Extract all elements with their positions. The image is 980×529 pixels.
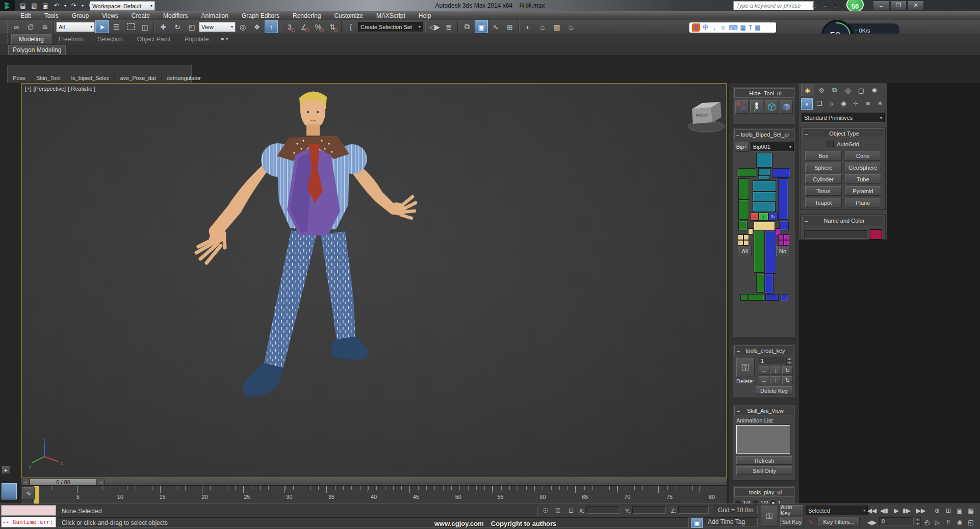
spinner-snap-icon[interactable]: ⇅ bbox=[326, 20, 339, 33]
biped-part-right-finger4[interactable] bbox=[784, 240, 789, 246]
mirror-icon[interactable]: ◁▶ bbox=[428, 20, 441, 33]
biped-move-horizontal-button[interactable]: ↔ bbox=[750, 213, 759, 221]
biped-part-left-hand[interactable] bbox=[738, 221, 747, 230]
zoom-icon[interactable]: ⊕ bbox=[932, 506, 942, 515]
listener-pink-line[interactable] bbox=[1, 505, 56, 516]
tab-display-icon[interactable]: ▢ bbox=[855, 85, 867, 96]
viewcube[interactable]: FRONT bbox=[681, 95, 727, 135]
redo-icon[interactable]: ↷ bbox=[69, 1, 79, 10]
ime-toolbox-icon[interactable]: ▦ bbox=[740, 24, 746, 31]
biped-part-left-calf[interactable] bbox=[756, 274, 765, 293]
biped-part-right-thigh[interactable] bbox=[765, 231, 776, 274]
biped-rotate-button[interactable]: ↻ bbox=[768, 213, 778, 221]
tab-hierarchy-icon[interactable]: ⧉ bbox=[829, 85, 841, 96]
biped-part-neck-lower[interactable] bbox=[759, 176, 770, 180]
menu-item[interactable]: MAXScript bbox=[376, 12, 405, 19]
biped-part-right-calf[interactable] bbox=[765, 274, 773, 294]
current-frame-field[interactable]: 0 bbox=[879, 517, 914, 525]
delete-height-key-button[interactable]: ↕ bbox=[770, 376, 781, 384]
search-icon[interactable]: ◎ bbox=[810, 1, 820, 10]
auto-key-icon-button[interactable]: ⚿ bbox=[761, 506, 778, 527]
tab-motion-icon[interactable]: ◎ bbox=[842, 85, 854, 96]
biped-move-vertical-button[interactable]: ↕ bbox=[759, 213, 768, 221]
ribbon-tab-selection[interactable]: Selection bbox=[90, 35, 130, 44]
select-object-icon[interactable]: ➤ bbox=[95, 20, 109, 33]
biped-part-left-clavicle[interactable] bbox=[738, 168, 756, 177]
toolbar-handle[interactable] bbox=[0, 21, 8, 33]
menu-item[interactable]: Views bbox=[102, 12, 118, 19]
refresh-button[interactable]: Refresh bbox=[736, 456, 792, 465]
ime-skin-icon[interactable]: T bbox=[749, 24, 752, 31]
tab-utilities-icon[interactable]: ✹ bbox=[868, 85, 881, 96]
y-coordinate-field[interactable] bbox=[632, 506, 666, 514]
ime-punct-icon[interactable]: ， bbox=[711, 23, 717, 32]
snaps-toggle-icon[interactable]: 3 bbox=[283, 20, 296, 33]
frame-spinner[interactable]: ▲▼ bbox=[915, 517, 921, 526]
undo-flyout-icon[interactable]: ▾ bbox=[63, 1, 67, 10]
biped-part-right-hand[interactable] bbox=[779, 221, 789, 230]
show-wireframe-button[interactable] bbox=[765, 100, 778, 114]
perspective-viewport[interactable]: [+] [Perspective] [ Realistic ] bbox=[21, 83, 727, 478]
play-ui-header[interactable]: – tools_play_ui bbox=[734, 487, 794, 497]
auto-key-button[interactable]: Auto Key bbox=[780, 505, 804, 515]
biped-part-right-clavicle[interactable] bbox=[772, 168, 790, 178]
tab-modify-icon[interactable]: ⚙ bbox=[815, 85, 828, 96]
biped-part-left-forearm[interactable] bbox=[738, 200, 749, 220]
window-crossing-icon[interactable]: ◫ bbox=[138, 20, 151, 33]
select-and-manipulate-icon[interactable]: ❖ bbox=[250, 20, 264, 33]
lock-selection-icon[interactable]: ⚿ bbox=[553, 506, 563, 515]
biped-part-right-finger2[interactable] bbox=[784, 234, 789, 240]
select-and-link-icon[interactable]: ∞ bbox=[10, 20, 23, 33]
select-and-scale-icon[interactable]: ◰ bbox=[185, 20, 198, 33]
rectangular-selection-region-icon[interactable] bbox=[124, 20, 137, 33]
script-tab[interactable]: ls_biped_Selec bbox=[66, 73, 115, 83]
biped-part-spine3[interactable] bbox=[753, 202, 776, 212]
object-type-button[interactable]: Tube bbox=[845, 174, 882, 184]
biped-part-pelvis[interactable] bbox=[754, 222, 775, 231]
autogrid-checkbox[interactable] bbox=[827, 141, 834, 147]
biped-select-all-button[interactable]: All bbox=[738, 246, 752, 256]
script-tab[interactable]: Pose bbox=[8, 73, 31, 83]
play-icon[interactable]: ▶ bbox=[891, 506, 901, 515]
biped-part-right-finger1[interactable] bbox=[778, 234, 784, 240]
x-coordinate-field[interactable] bbox=[586, 506, 620, 514]
delete-key-button[interactable]: Delete Key bbox=[756, 386, 792, 395]
align-icon[interactable]: ≣ bbox=[442, 20, 455, 33]
ime-keyboard-icon[interactable]: ⌨ bbox=[729, 24, 737, 31]
biped-part-spine1[interactable] bbox=[753, 180, 776, 192]
category-cameras-icon[interactable]: ◉ bbox=[838, 98, 849, 109]
z-coordinate-field[interactable] bbox=[678, 506, 709, 514]
category-geometry-icon[interactable]: ● bbox=[801, 98, 813, 110]
communication-center-icon[interactable]: ✦ bbox=[830, 1, 840, 10]
unlink-selection-icon[interactable]: ∅ bbox=[24, 20, 37, 33]
animation-listbox[interactable] bbox=[736, 425, 790, 454]
app-logo[interactable] bbox=[0, 0, 15, 11]
named-selection-sets-icon[interactable]: { bbox=[344, 20, 357, 33]
object-type-button[interactable]: Box bbox=[805, 151, 842, 161]
menu-item[interactable]: Customize bbox=[334, 12, 363, 19]
selection-lock-bulb-icon[interactable]: ☉ bbox=[540, 506, 551, 515]
minimize-button[interactable]: – bbox=[873, 1, 889, 10]
object-type-button[interactable]: Sphere bbox=[805, 163, 842, 172]
selection-filter-dropdown[interactable]: All▾ bbox=[56, 22, 95, 32]
ime-menu-icon[interactable]: ▩ bbox=[755, 24, 760, 31]
previous-frame-arrow[interactable]: < bbox=[22, 479, 30, 486]
rendered-frame-window-icon[interactable]: ▥ bbox=[550, 20, 563, 33]
menu-item[interactable]: Modifiers bbox=[163, 12, 188, 19]
category-helpers-icon[interactable]: ⊹ bbox=[850, 98, 861, 109]
object-type-button[interactable]: GeoSphere bbox=[845, 163, 882, 172]
restore-button[interactable]: ❐ bbox=[890, 1, 907, 10]
select-and-rotate-icon[interactable]: ↻ bbox=[171, 20, 184, 33]
object-type-button[interactable]: Pyramid bbox=[845, 186, 882, 196]
show-bones-button[interactable] bbox=[735, 100, 749, 114]
polygon-modeling-panel-button[interactable]: Polygon Modeling bbox=[8, 45, 66, 55]
walk-through-icon[interactable]: ‼ bbox=[943, 518, 953, 527]
biped-part-right-finger3[interactable] bbox=[778, 240, 784, 246]
category-lights-icon[interactable]: ☼ bbox=[826, 98, 837, 109]
biped-part-head[interactable] bbox=[756, 153, 772, 168]
biped-part-right-foot[interactable] bbox=[765, 294, 779, 301]
save-file-icon[interactable]: ▣ bbox=[41, 1, 50, 10]
object-type-button[interactable]: Plane bbox=[845, 198, 882, 207]
biped-select-none-button[interactable]: No bbox=[776, 246, 789, 256]
sogou-logo-icon[interactable]: S bbox=[692, 23, 700, 32]
